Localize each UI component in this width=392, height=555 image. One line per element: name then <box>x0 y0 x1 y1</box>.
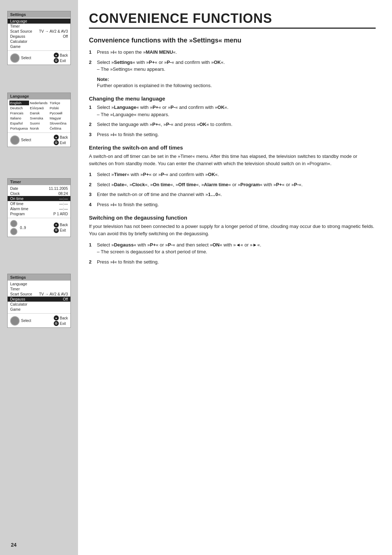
menu3-exit-icon: ① <box>54 228 59 233</box>
page-title: CONVENIENCE FUNCTIONS <box>89 11 376 29</box>
timer-clock: Clock08:24 <box>8 191 70 196</box>
menu3-title: Timer <box>8 179 70 185</box>
menu1-body: Language Timer Scart SourceTV → AV2 & AV… <box>8 18 70 50</box>
main-content: CONVENIENCE FUNCTIONS Convenience functi… <box>78 0 392 555</box>
menu2-exit-icon: ① <box>54 140 59 145</box>
timer-date: Date11.11.2005 <box>8 186 70 191</box>
timer-steps: 1 Select »Timer« with »P+« or »P-« and c… <box>89 171 376 208</box>
menu2-title: Language <box>8 93 70 99</box>
lang-slovak: Slovenčina <box>49 121 69 126</box>
menu-screenshot-4: Settings Language Timer Scart SourceTV →… <box>5 274 73 330</box>
menu4-back-icon: ● <box>54 315 59 321</box>
menu3-back-icon: ● <box>54 223 59 228</box>
menu2-languages: English Nederlands Türkçe Deutsch Ελληνι… <box>8 99 70 132</box>
settings-menu-2: Settings Language Timer Scart SourceTV →… <box>7 274 71 328</box>
degauss-heading: Switching on the degaussing function <box>89 215 376 221</box>
menu1-select-label: Select <box>21 56 31 60</box>
section-timer: Entering the switch-on and off times A s… <box>89 144 376 208</box>
language-step-2: 2 Select the language with »P+«, »P-« an… <box>89 121 376 128</box>
menu4-title: Settings <box>8 274 70 281</box>
lang-portuguese: Portuguesa <box>9 126 29 131</box>
lang-russian: Русский <box>49 111 69 115</box>
timer-step-3: 3 Enter the switch-on or off time and th… <box>89 191 376 198</box>
menu1-row-game: Game <box>8 44 70 49</box>
menu4-row-language: Language <box>8 281 70 286</box>
timer-alarmtime: Alarm time—:— <box>8 206 70 211</box>
section-intro: Convenience functions with the »Settings… <box>89 37 376 89</box>
degauss-intro: If your television has not been connecte… <box>89 223 376 237</box>
menu3-top-btn <box>10 220 17 227</box>
language-step-1: 1 Select »Language« with »P+« or »P-« an… <box>89 104 376 118</box>
lang-norwegian: Norsk <box>29 126 49 131</box>
menu4-row-calc: Calculator <box>8 302 70 307</box>
lang-french: Francais <box>9 111 29 115</box>
language-steps: 1 Select »Language« with »P+« or »P-« an… <box>89 104 376 138</box>
intro-steps: 1 Press »i« to open the »MAIN MENU«. 2 S… <box>89 49 376 73</box>
lang-greek: Ελληνικά <box>29 106 49 110</box>
lang-dutch: Nederlands <box>29 101 49 105</box>
menu3-keys-label: 0..9 <box>20 226 26 230</box>
menu2-select-btn <box>10 135 20 145</box>
page-number: 24 <box>11 542 17 548</box>
menu1-exit-label: Exit <box>60 59 66 63</box>
intro-step-1: 1 Press »i« to open the »MAIN MENU«. <box>89 49 376 56</box>
menu4-row-timer: Timer <box>8 286 70 291</box>
menu3-bottom-btn <box>10 228 17 235</box>
lang-finnish: Suomi <box>29 121 49 126</box>
timer-menu: Timer Date11.11.2005 Clock08:24 On time—… <box>7 178 71 237</box>
note-text: Further operation is explained in the fo… <box>97 82 376 89</box>
menu4-body: Language Timer Scart SourceTV → AV2 & AV… <box>8 281 70 313</box>
menu3-footer: 0..9 ● Back ① Exit <box>8 218 70 237</box>
lang-spanish: Español <box>9 121 29 126</box>
menu-screenshot-1: Settings Language Timer Scart SourceTV →… <box>5 11 73 67</box>
menu1-back-label: Back <box>60 53 68 57</box>
degauss-step-1: 1 Select »Degauss« with »P+« or »P-« and… <box>89 241 376 256</box>
lang-turkish: Türkçe <box>49 101 69 105</box>
menu4-row-game: Game <box>8 307 70 312</box>
menu4-back-label: Back <box>60 316 68 320</box>
degauss-step-2: 2 Press »i« to finish the setting. <box>89 258 376 266</box>
timer-program: ProgramP 1 ARD <box>8 211 70 216</box>
degauss-steps: 1 Select »Degauss« with »P+« or »P-« and… <box>89 241 376 266</box>
timer-intro: A switch-on and off timer can be set in … <box>89 153 376 167</box>
menu-screenshot-2: Language English Nederlands Türkçe Deuts… <box>5 93 73 149</box>
lang-english: English <box>9 101 29 105</box>
menu1-row-degauss: DegaussOff <box>8 34 70 39</box>
language-heading: Changing the menu language <box>89 95 376 102</box>
timer-step-2: 2 Select »Date«, »Clock«, »On time«, »Of… <box>89 181 376 188</box>
lang-danish: Dansk <box>29 111 49 115</box>
lang-hungarian: Magyar <box>49 116 69 121</box>
section-degauss: Switching on the degaussing function If … <box>89 215 376 265</box>
menu1-select-btn <box>10 53 20 63</box>
menu4-select-btn <box>10 316 20 326</box>
menu3-body: Date11.11.2005 Clock08:24 On time—:— Off… <box>8 185 70 217</box>
menu1-footer: Select ● Back ① Exit <box>8 50 70 65</box>
menu4-exit-label: Exit <box>60 322 66 326</box>
lang-german: Deutsch <box>9 106 29 110</box>
menu1-exit-icon: ① <box>54 58 59 63</box>
note-label: Note: <box>97 77 376 82</box>
menu2-footer: Select ● Back ① Exit <box>8 132 70 147</box>
timer-step-4: 4 Press »i« to finish the setting. <box>89 201 376 208</box>
menu4-row-degauss: DegaussOff <box>8 297 70 302</box>
menu3-exit-label: Exit <box>60 228 66 232</box>
lang-swedish: Svenska <box>29 116 49 121</box>
menu2-back-label: Back <box>60 135 68 139</box>
menu4-row-scart: Scart SourceTV → AV2 & AV3 <box>8 291 70 297</box>
menu1-row-calc: Calculator <box>8 39 70 44</box>
settings-menu-1: Settings Language Timer Scart SourceTV →… <box>7 11 71 65</box>
intro-heading: Convenience functions with the »Settings… <box>89 37 376 44</box>
menu1-row-timer: Timer <box>8 24 70 29</box>
timer-heading: Entering the switch-on and off times <box>89 144 376 151</box>
menu4-select-label: Select <box>21 319 31 323</box>
menu1-row-language: Language <box>8 19 70 24</box>
note-box: Note: Further operation is explained in … <box>97 77 376 89</box>
menu4-footer: Select ● Back ① Exit <box>8 313 70 327</box>
language-menu: Language English Nederlands Türkçe Deuts… <box>7 93 71 147</box>
menu2-select-label: Select <box>21 138 31 142</box>
intro-step-2: 2 Select »Settings« with »P+« or »P-« an… <box>89 59 376 73</box>
lang-italian: Italiano <box>9 116 29 121</box>
menu2-back-icon: ● <box>54 135 59 140</box>
language-step-3: 3 Press »i« to finish the setting. <box>89 131 376 138</box>
sidebar: Settings Language Timer Scart SourceTV →… <box>0 0 78 555</box>
